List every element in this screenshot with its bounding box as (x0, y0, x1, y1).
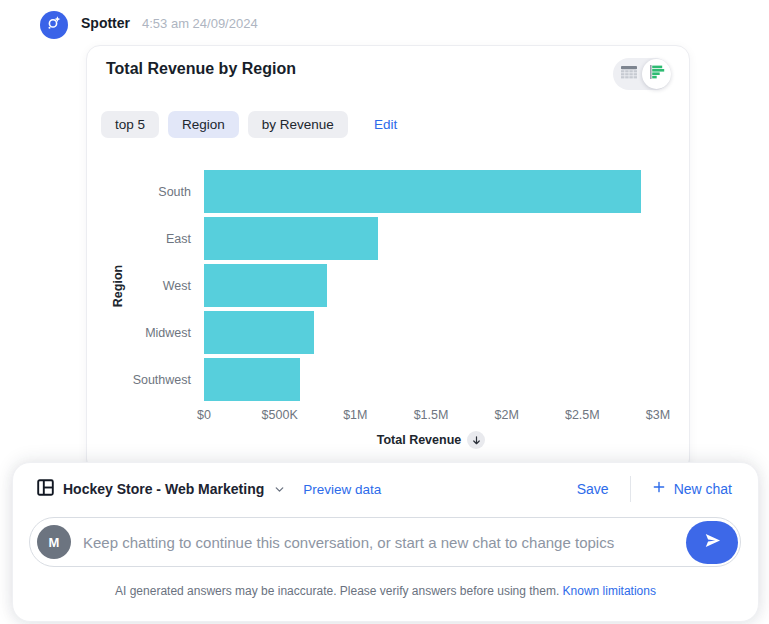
disclaimer-text: AI generated answers may be inaccurate. … (115, 584, 559, 598)
bar-east[interactable] (204, 217, 378, 260)
y-tick-label: Southwest (95, 373, 204, 387)
bar-west[interactable] (204, 264, 327, 307)
x-tick-label: $2M (494, 408, 518, 422)
bar-chart-view-button[interactable] (642, 59, 671, 89)
bar-midwest[interactable] (204, 311, 314, 354)
x-tick-label: $1M (343, 408, 367, 422)
query-token-row: top 5 Region by Revenue Edit (101, 111, 397, 138)
send-plane-icon (703, 531, 722, 553)
bar-track (204, 170, 658, 213)
bar-track (204, 358, 658, 401)
y-tick-label: South (95, 185, 204, 199)
token-chip-by-revenue[interactable]: by Revenue (248, 111, 348, 138)
table-icon (620, 65, 638, 84)
spotter-sparkle-icon (46, 15, 62, 35)
x-tick-label: $500K (262, 408, 298, 422)
x-tick-label: $0 (197, 408, 211, 422)
chart-rows: SouthEastWestMidwestSouthwest (95, 170, 658, 405)
token-chip-region[interactable]: Region (168, 111, 239, 138)
chart-row: Southwest (95, 358, 658, 401)
bar-chart-icon (649, 64, 665, 84)
chat-panel: Hockey Store - Web Marketing Preview dat… (12, 462, 759, 622)
bar-southwest[interactable] (204, 358, 300, 401)
token-chip-top5[interactable]: top 5 (101, 111, 159, 138)
data-source-selector[interactable]: Hockey Store - Web Marketing (37, 479, 286, 500)
edit-link[interactable]: Edit (374, 117, 397, 132)
bar-track (204, 311, 658, 354)
x-tick-label: $3M (646, 408, 670, 422)
chat-input[interactable] (71, 534, 686, 551)
worksheet-icon (37, 479, 54, 500)
chart-title: Total Revenue by Region (106, 60, 296, 78)
y-tick-label: West (95, 279, 204, 293)
send-button[interactable] (686, 521, 738, 564)
ai-disclaimer: AI generated answers may be inaccurate. … (13, 584, 758, 598)
new-chat-button[interactable]: New chat (652, 480, 732, 498)
x-axis-label: Total Revenue (377, 433, 462, 447)
chart-row: South (95, 170, 658, 213)
plus-icon (652, 480, 666, 498)
x-axis-title: Total Revenue (204, 431, 658, 449)
known-limitations-link[interactable]: Known limitations (563, 584, 656, 598)
chart-row: West (95, 264, 658, 307)
vertical-divider (630, 476, 631, 502)
x-tick-label: $1.5M (414, 408, 449, 422)
new-chat-label: New chat (674, 481, 732, 497)
app-name: Spotter (81, 15, 130, 31)
chat-input-container: M (29, 517, 741, 567)
answer-card: Total Revenue by Region (86, 45, 690, 473)
chevron-down-icon (273, 483, 286, 496)
chat-panel-header: Hockey Store - Web Marketing Preview dat… (37, 475, 732, 503)
x-tick-label: $2.5M (565, 408, 600, 422)
preview-data-link[interactable]: Preview data (303, 482, 381, 497)
bar-track (204, 217, 658, 260)
message-timestamp: 4:53 am 24/09/2024 (142, 16, 258, 31)
table-view-button[interactable] (615, 60, 642, 88)
bar-south[interactable] (204, 170, 641, 213)
bar-track (204, 264, 658, 307)
chart-row: Midwest (95, 311, 658, 354)
y-tick-label: East (95, 232, 204, 246)
data-source-name: Hockey Store - Web Marketing (63, 481, 264, 497)
chart-row: East (95, 217, 658, 260)
sort-descending-badge[interactable] (467, 431, 485, 449)
spotter-avatar (40, 11, 68, 39)
y-tick-label: Midwest (95, 326, 204, 340)
user-avatar: M (37, 525, 71, 559)
save-button[interactable]: Save (577, 481, 609, 497)
x-axis-ticks: $0$500K$1M$1.5M$2M$2.5M$3M (204, 408, 658, 424)
view-toggle (613, 58, 671, 90)
